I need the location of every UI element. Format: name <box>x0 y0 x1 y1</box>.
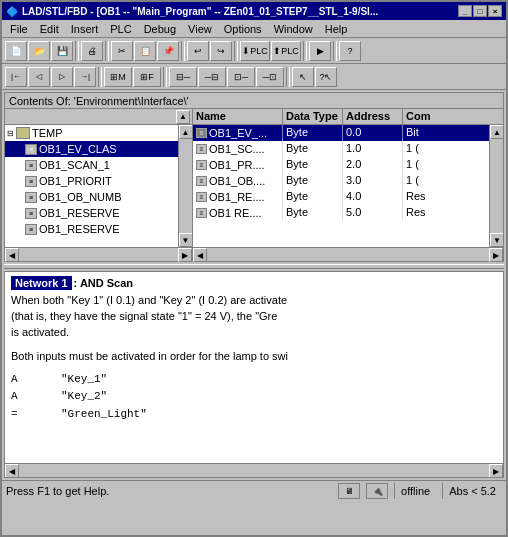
code-area: Network 1 : AND Scan When both "Key 1" (… <box>5 272 503 463</box>
network-title: : AND Scan <box>74 277 134 289</box>
table-vscroll-track <box>490 139 503 233</box>
table-body: ≡ OB1_EV_... Byte 0.0 Bit ≡ <box>193 125 503 247</box>
table-cell-addr-2: 2.0 <box>343 157 403 173</box>
menu-view[interactable]: View <box>182 22 218 36</box>
table-hscroll-right[interactable]: ▶ <box>489 248 503 262</box>
tree-scroll-up[interactable]: ▲ <box>176 110 190 124</box>
lower-hscroll-left[interactable]: ◀ <box>5 464 19 478</box>
tb-run[interactable]: ▶ <box>309 41 331 61</box>
comment-line-2: (that is, they have the signal state "1"… <box>11 309 497 325</box>
maximize-button[interactable]: □ <box>473 5 487 17</box>
tree-item-label-1: OB1_SCAN_1 <box>39 159 110 171</box>
table-row-0[interactable]: ≡ OB1_EV_... Byte 0.0 Bit <box>193 125 489 141</box>
tb-sep-5 <box>303 41 307 61</box>
table-row-1[interactable]: ≡ OB1_SC.... Byte 1.0 1 ( <box>193 141 489 157</box>
tb2-btn1[interactable]: |← <box>5 67 27 87</box>
contents-label: Contents Of: 'Environment\Interface\' <box>5 93 503 109</box>
main-window: 🔷 LAD/STL/FBD - [OB1 -- "Main_Program" -… <box>0 0 508 537</box>
tb2-btn2[interactable]: ◁ <box>28 67 50 87</box>
table-cell-comment-4: Res <box>403 189 489 205</box>
menu-edit[interactable]: Edit <box>34 22 65 36</box>
tree-item-icon-3: ≡ <box>25 192 37 203</box>
menu-insert[interactable]: Insert <box>65 22 105 36</box>
table-cell-comment-0: Bit <box>403 125 489 141</box>
tree-item-icon-1: ≡ <box>25 160 37 171</box>
tb-cut[interactable]: ✂ <box>111 41 133 61</box>
table-cell-type-0: Byte <box>283 125 343 141</box>
menu-file[interactable]: File <box>4 22 34 36</box>
table-vscroll-down[interactable]: ▼ <box>490 233 503 247</box>
row-icon-1: ≡ <box>196 144 207 154</box>
tree-item-4[interactable]: ≡ OB1_RESERVE <box>5 205 178 221</box>
tb2-force[interactable]: ⊞F <box>133 67 161 87</box>
tb-help[interactable]: ? <box>339 41 361 61</box>
tb-copy[interactable]: 📋 <box>134 41 156 61</box>
tb-undo[interactable]: ↩ <box>187 41 209 61</box>
tb-download[interactable]: ⬇PLC <box>240 41 270 61</box>
table-row-5[interactable]: ≡ OB1 RE.... Byte 5.0 Res <box>193 205 489 221</box>
table-hscrollbar[interactable]: ◀ ▶ <box>193 247 503 261</box>
tb-new[interactable]: 📄 <box>5 41 27 61</box>
tb-sep-2 <box>105 41 109 61</box>
tb2-cursor[interactable]: ↖ <box>292 67 314 87</box>
code-arg-1: "Key_2" <box>61 388 107 406</box>
tree-expand-root[interactable]: ⊟ <box>7 129 14 138</box>
tb2-btn3[interactable]: ▷ <box>51 67 73 87</box>
tb2-net-btn2[interactable]: ─⊟ <box>198 67 226 87</box>
minimize-button[interactable]: _ <box>458 5 472 17</box>
tree-scroll-down-btn[interactable]: ▼ <box>179 233 193 247</box>
lower-hscroll-right[interactable]: ▶ <box>489 464 503 478</box>
close-button[interactable]: × <box>488 5 502 17</box>
contents-text: Contents Of: 'Environment\Interface\' <box>9 95 189 107</box>
tree-item-0[interactable]: ≡ OB1_EV_CLAS <box>5 141 178 157</box>
table-hscroll-left[interactable]: ◀ <box>193 248 207 262</box>
table-row-4[interactable]: ≡ OB1_RE.... Byte 4.0 Res <box>193 189 489 205</box>
tree-item-2[interactable]: ≡ OB1_PRIORIT <box>5 173 178 189</box>
tree-scroll-left-btn[interactable]: ◀ <box>5 248 19 262</box>
tree-header: ▲ <box>5 109 192 125</box>
table-vscrollbar[interactable]: ▲ ▼ <box>489 125 503 247</box>
menu-help[interactable]: Help <box>319 22 354 36</box>
code-block: A "Key_1" A "Key_2" = "Green_Light" <box>11 371 497 424</box>
toolbar-2: |← ◁ ▷ →| ⊞M ⊞F ⊟─ ─⊟ ⊡─ ─⊡ ↖ ?↖ <box>2 64 506 90</box>
table-vscroll-up[interactable]: ▲ <box>490 125 503 139</box>
tb-upload[interactable]: ⬆PLC <box>271 41 301 61</box>
tb2-btn4[interactable]: →| <box>74 67 96 87</box>
splitter[interactable] <box>4 264 504 269</box>
tb-redo[interactable]: ↪ <box>210 41 232 61</box>
tb-open[interactable]: 📂 <box>28 41 50 61</box>
tb2-sep-2 <box>163 67 167 87</box>
tree-item-icon-4: ≡ <box>25 208 37 219</box>
menu-options[interactable]: Options <box>218 22 268 36</box>
table-cell-addr-4: 4.0 <box>343 189 403 205</box>
tb-print[interactable]: 🖨 <box>81 41 103 61</box>
tree-scroll-up-btn[interactable]: ▲ <box>179 125 193 139</box>
tree-item-root[interactable]: ⊟ TEMP <box>5 125 178 141</box>
tb-save[interactable]: 💾 <box>51 41 73 61</box>
row-icon-2: ≡ <box>196 160 207 170</box>
status-help: Press F1 to get Help. <box>6 485 332 497</box>
table-row-3[interactable]: ≡ OB1_OB.... Byte 3.0 1 ( <box>193 173 489 189</box>
menu-debug[interactable]: Debug <box>138 22 182 36</box>
lower-hscrollbar[interactable]: ◀ ▶ <box>5 463 503 477</box>
tree-item-5[interactable]: ≡ OB1_RESERVE <box>5 221 178 237</box>
table-row-2[interactable]: ≡ OB1_PR.... Byte 2.0 1 ( <box>193 157 489 173</box>
tb-paste[interactable]: 📌 <box>157 41 179 61</box>
table-cell-comment-5: Res <box>403 205 489 221</box>
tree-root-label: TEMP <box>32 127 63 139</box>
tree-item-label-3: OB1_OB_NUMB <box>39 191 122 203</box>
tree-item-3[interactable]: ≡ OB1_OB_NUMB <box>5 189 178 205</box>
tree-hscrollbar[interactable]: ◀ ▶ <box>5 247 192 261</box>
upper-section: Contents Of: 'Environment\Interface\' ▲ <box>4 92 504 262</box>
row-icon-3: ≡ <box>196 176 207 186</box>
menu-window[interactable]: Window <box>268 22 319 36</box>
tree-scroll-right-btn[interactable]: ▶ <box>178 248 192 262</box>
menu-plc[interactable]: PLC <box>104 22 137 36</box>
tree-vscrollbar[interactable]: ▲ ▼ <box>178 125 192 247</box>
tb2-monitor[interactable]: ⊞M <box>104 67 132 87</box>
tree-item-1[interactable]: ≡ OB1_SCAN_1 <box>5 157 178 173</box>
tb2-question[interactable]: ?↖ <box>315 67 337 87</box>
tb2-net-btn1[interactable]: ⊟─ <box>169 67 197 87</box>
tb2-net-btn4[interactable]: ─⊡ <box>256 67 284 87</box>
tb2-net-btn3[interactable]: ⊡─ <box>227 67 255 87</box>
